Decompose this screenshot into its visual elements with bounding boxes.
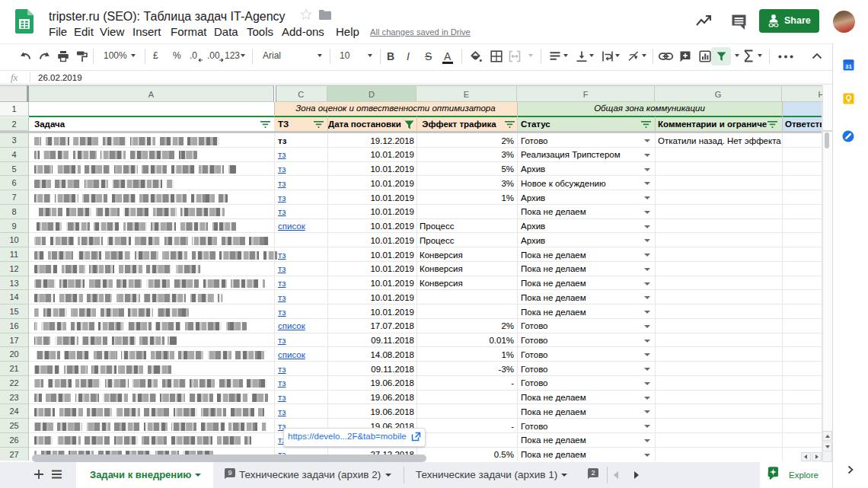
svg-text:31: 31 [845, 63, 852, 70]
